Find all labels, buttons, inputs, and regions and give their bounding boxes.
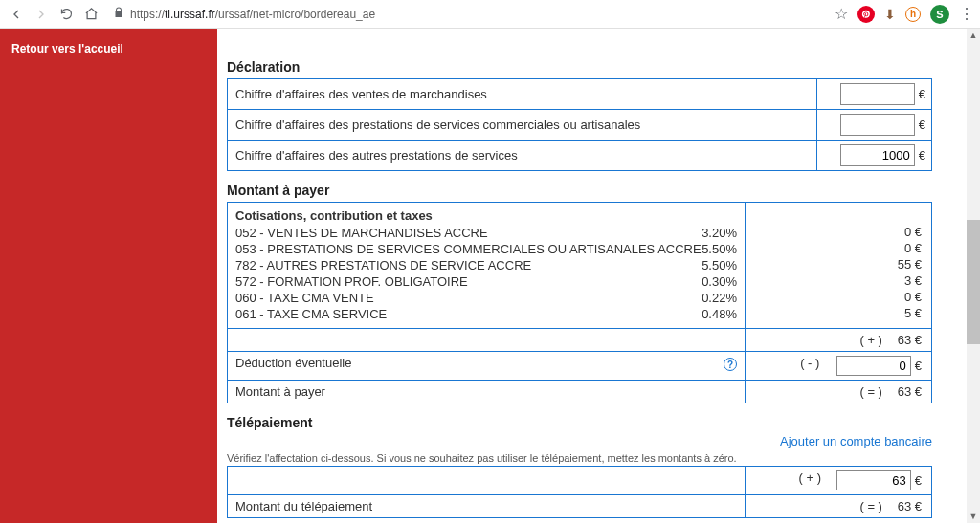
home-button[interactable] — [82, 6, 100, 23]
cotisations-header: Cotisations, contribution et taxes 052 -… — [228, 203, 746, 329]
forward-button[interactable] — [33, 6, 50, 23]
url-text: https://ti.urssaf.fr/urssaf/net-micro/bo… — [130, 8, 375, 21]
table-row: Chiffre d'affaires des autres prestation… — [228, 141, 932, 171]
telepaiement-table: ( + )€ Montant du télépaiement ( = )63 € — [227, 466, 932, 518]
declaration-row-label: Chiffre d'affaires des prestations de se… — [228, 110, 817, 141]
cotisation-line: 572 - FORMATION PROF. OBLIGATOIRE0.30% — [235, 273, 737, 290]
deduction-label: Déduction éventuelle? — [228, 352, 746, 381]
deduction-input[interactable] — [836, 356, 911, 376]
cotisation-line: 060 - TAXE CMA VENTE0.22% — [235, 290, 737, 306]
page-scrollbar[interactable]: ▲ ▼ — [967, 29, 980, 523]
add-account-link[interactable]: Ajouter un compte bancaire — [780, 434, 932, 448]
declaration-input-autres[interactable] — [840, 144, 915, 166]
cotisations-amounts: 0 €0 €55 €3 €0 €5 € — [746, 203, 932, 329]
cotisation-line: 061 - TAXE CMA SERVICE0.48% — [235, 306, 737, 322]
sidebar-home-link[interactable]: Retour vers l'accueil — [0, 36, 217, 61]
cotisation-line: 052 - VENTES DE MARCHANDISES ACCRE3.20% — [235, 225, 737, 241]
tele-row-cell: ( + )€ — [746, 467, 932, 495]
montant-table: Cotisations, contribution et taxes 052 -… — [227, 202, 932, 403]
total-label: Montant à payer — [228, 381, 746, 403]
extension-icon-2[interactable]: h — [905, 7, 921, 22]
bookmark-star-icon[interactable]: ☆ — [835, 5, 848, 23]
total-cell: ( = )63 € — [746, 381, 932, 403]
tele-amount-input[interactable] — [836, 470, 911, 490]
browser-toolbar: https://ti.urssaf.fr/urssaf/net-micro/bo… — [0, 0, 980, 29]
tele-total-label: Montant du télépaiement — [228, 495, 746, 518]
cotisation-amount: 0 € — [753, 224, 922, 240]
back-button[interactable] — [8, 6, 25, 23]
sidebar: Retour vers l'accueil — [0, 29, 217, 523]
telepaiement-hint: Vérifiez l'affectation ci-dessous. Si vo… — [227, 452, 932, 464]
declaration-input-ventes[interactable] — [840, 83, 915, 105]
cotisation-amount: 0 € — [753, 240, 922, 256]
tele-total-cell: ( = )63 € — [746, 495, 932, 518]
address-bar[interactable]: https://ti.urssaf.fr/urssaf/net-micro/bo… — [107, 7, 827, 21]
reload-button[interactable] — [57, 6, 75, 23]
cotisation-amount: 3 € — [753, 272, 922, 289]
pinterest-icon[interactable] — [858, 6, 875, 23]
deduction-cell: ( - )€ — [746, 352, 932, 381]
declaration-title: Déclaration — [227, 59, 932, 75]
help-icon[interactable]: ? — [724, 358, 737, 371]
subtotal-cell: ( + )63 € — [746, 329, 932, 352]
declaration-table: Chiffre d'affaires des ventes de marchan… — [227, 78, 932, 171]
declaration-input-services-comm[interactable] — [840, 114, 915, 136]
cotisation-amount: 5 € — [753, 305, 922, 321]
cotisation-amount: 55 € — [753, 256, 922, 272]
scroll-down-icon[interactable]: ▼ — [967, 510, 980, 523]
extension-icon-1[interactable]: ⬇ — [884, 7, 896, 22]
cotisation-amount: 0 € — [753, 289, 922, 305]
table-row: Chiffre d'affaires des ventes de marchan… — [228, 79, 932, 110]
scroll-up-icon[interactable]: ▲ — [967, 29, 980, 42]
lock-icon — [113, 7, 124, 21]
cotisation-line: 053 - PRESTATIONS DE SERVICES COMMERCIAL… — [235, 241, 737, 257]
cotisation-line: 782 - AUTRES PRESTATIONS DE SERVICE ACCR… — [235, 257, 737, 273]
montant-title: Montant à payer — [227, 183, 932, 198]
main-content: Déclaration Chiffre d'affaires des vente… — [217, 29, 980, 523]
declaration-row-label: Chiffre d'affaires des ventes de marchan… — [228, 79, 817, 110]
table-row: Chiffre d'affaires des prestations de se… — [228, 110, 932, 141]
telepaiement-title: Télépaiement — [227, 415, 932, 430]
scrollbar-thumb[interactable] — [967, 220, 980, 344]
profile-avatar[interactable]: S — [930, 5, 949, 24]
declaration-row-label: Chiffre d'affaires des autres prestation… — [228, 141, 817, 171]
menu-dots-icon[interactable]: ⋮ — [959, 5, 972, 23]
